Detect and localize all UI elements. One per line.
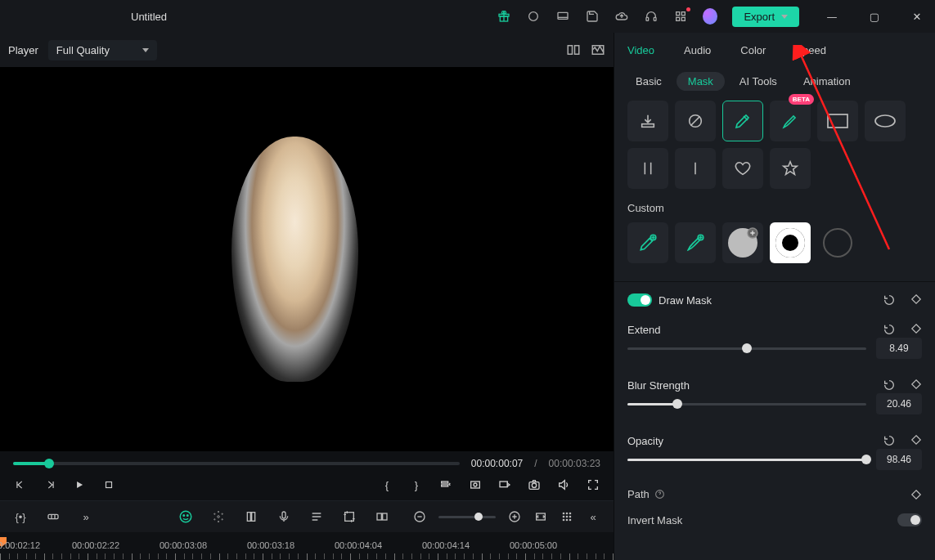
subtab-mask[interactable]: Mask xyxy=(677,72,725,91)
reset-icon[interactable] xyxy=(883,434,896,447)
mask-none[interactable] xyxy=(675,101,716,141)
profile-avatar[interactable] xyxy=(703,9,717,24)
timeline[interactable]: 00:00:02:12 00:00:02:22 00:00:03:08 00:0… xyxy=(0,532,614,560)
extend-value[interactable]: 8.49 xyxy=(876,338,922,359)
blur-slider[interactable] xyxy=(627,403,866,405)
expand-icon[interactable]: » xyxy=(79,509,93,524)
video-preview[interactable] xyxy=(0,67,614,451)
reset-icon[interactable] xyxy=(883,323,896,336)
scopes-icon[interactable] xyxy=(591,43,605,57)
mask-line[interactable] xyxy=(675,148,716,189)
mic-tool-icon[interactable] xyxy=(276,509,291,524)
tab-video[interactable]: Video xyxy=(627,44,654,56)
svg-point-44 xyxy=(563,516,564,517)
cloud-icon[interactable] xyxy=(614,9,629,24)
invert-mask-toggle[interactable] xyxy=(897,513,922,526)
export-button[interactable]: Export xyxy=(732,7,799,27)
marker-menu[interactable] xyxy=(438,477,453,492)
compare-icon[interactable] xyxy=(566,43,581,57)
mask-pen[interactable] xyxy=(722,101,763,141)
keyframe-icon[interactable] xyxy=(910,323,922,336)
tab-color[interactable]: Color xyxy=(740,44,766,56)
detach-icon[interactable] xyxy=(497,477,512,492)
close-button[interactable]: ✕ xyxy=(907,11,927,23)
frame-tool-icon[interactable] xyxy=(375,509,389,524)
crop-icon[interactable] xyxy=(468,477,483,492)
custom-add-pen[interactable] xyxy=(627,222,668,263)
reset-icon[interactable] xyxy=(883,379,896,392)
subtab-aitools[interactable]: AI Tools xyxy=(728,72,789,91)
headphones-icon[interactable] xyxy=(644,9,659,24)
subtab-animation[interactable]: Animation xyxy=(792,72,862,91)
svg-point-17 xyxy=(474,483,477,486)
next-frame-button[interactable] xyxy=(43,477,57,492)
svg-rect-6 xyxy=(677,12,680,16)
volume-icon[interactable] xyxy=(556,477,571,492)
svg-point-31 xyxy=(218,521,218,522)
svg-point-23 xyxy=(183,515,185,517)
stop-button[interactable] xyxy=(101,477,116,492)
custom-mask-3[interactable] xyxy=(817,222,858,263)
reset-icon[interactable] xyxy=(883,293,896,307)
scrub-bar[interactable] xyxy=(13,462,460,465)
zoom-slider[interactable] xyxy=(438,516,496,518)
svg-rect-7 xyxy=(682,12,686,16)
custom-mask-1[interactable] xyxy=(722,222,763,263)
record-icon[interactable] xyxy=(526,9,541,24)
view-grid-icon[interactable] xyxy=(560,509,574,524)
keyframe-icon[interactable] xyxy=(910,489,922,500)
text-tool-icon[interactable] xyxy=(309,509,324,524)
tab-speed[interactable]: Speed xyxy=(795,44,826,56)
opacity-slider[interactable] xyxy=(627,459,866,461)
opacity-value[interactable]: 98.46 xyxy=(876,449,922,470)
cut-tool-icon[interactable] xyxy=(244,509,258,524)
svg-point-24 xyxy=(187,515,189,517)
opacity-label: Opacity xyxy=(627,435,663,447)
timeline-opt-icon[interactable]: {•} xyxy=(13,509,28,524)
face-tool-icon[interactable] xyxy=(178,509,193,524)
draw-mask-toggle[interactable] xyxy=(627,293,652,307)
ripple-icon[interactable] xyxy=(46,509,61,524)
minimize-button[interactable]: — xyxy=(822,11,842,23)
keyframe-icon[interactable] xyxy=(910,379,922,392)
svg-rect-4 xyxy=(646,17,649,20)
mask-import[interactable] xyxy=(627,101,668,141)
mask-rect[interactable] xyxy=(817,101,858,141)
blur-value[interactable]: 20.46 xyxy=(876,393,922,414)
save-icon[interactable] xyxy=(585,9,600,24)
svg-point-46 xyxy=(569,516,570,517)
player-label: Player xyxy=(8,44,38,56)
custom-mask-2[interactable] xyxy=(770,222,811,263)
apps-icon[interactable] xyxy=(673,9,688,24)
svg-rect-15 xyxy=(442,485,448,486)
mask-ellipse[interactable] xyxy=(865,101,906,141)
keyframe-icon[interactable] xyxy=(910,293,922,307)
zoom-out-button[interactable] xyxy=(412,509,427,524)
snapshot-icon[interactable] xyxy=(527,477,542,492)
crop-tool-icon[interactable] xyxy=(342,509,357,524)
mask-brush[interactable]: BETA xyxy=(770,101,811,141)
mask-heart[interactable] xyxy=(722,148,763,189)
fit-zoom-icon[interactable] xyxy=(533,509,548,524)
fullscreen-icon[interactable] xyxy=(586,477,600,492)
subtab-basic[interactable]: Basic xyxy=(624,72,673,91)
monitor-icon[interactable] xyxy=(555,9,570,24)
zoom-in-button[interactable] xyxy=(507,509,522,524)
keyframe-icon[interactable] xyxy=(910,434,922,447)
collapse-icon[interactable]: « xyxy=(586,509,600,524)
bracket-open-icon[interactable]: { xyxy=(380,477,394,492)
sparkle-tool-icon[interactable] xyxy=(211,509,226,524)
extend-slider[interactable] xyxy=(627,347,866,350)
maximize-button[interactable]: ▢ xyxy=(865,11,884,23)
mask-split-vertical[interactable] xyxy=(627,148,668,189)
custom-add-brush[interactable] xyxy=(675,222,716,263)
tab-audio[interactable]: Audio xyxy=(684,44,711,56)
mask-star[interactable] xyxy=(770,148,811,189)
play-button[interactable] xyxy=(72,477,87,492)
bracket-close-icon[interactable]: } xyxy=(409,477,424,492)
prev-frame-button[interactable] xyxy=(13,477,28,492)
gift-icon[interactable] xyxy=(497,9,511,24)
svg-rect-35 xyxy=(345,513,354,522)
quality-select[interactable]: Full Quality xyxy=(48,40,157,60)
svg-point-20 xyxy=(532,483,536,487)
